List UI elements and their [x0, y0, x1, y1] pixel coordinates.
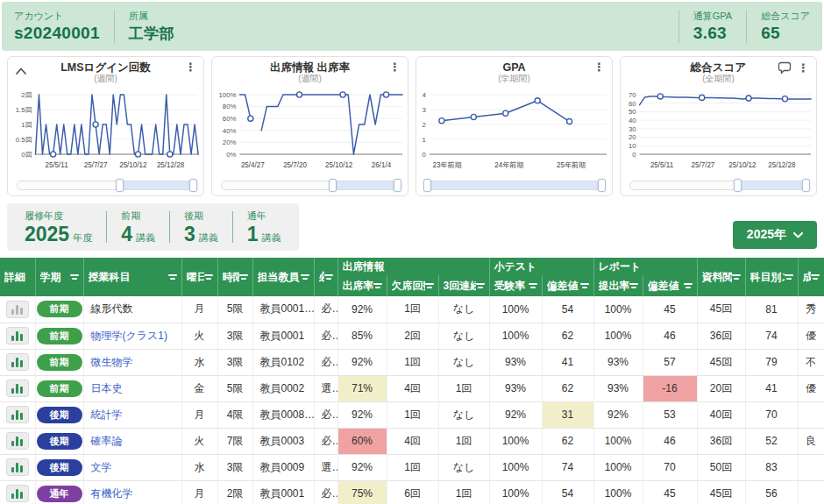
cell-quiz-deviation: 62	[542, 428, 593, 454]
detail-button[interactable]	[6, 485, 29, 502]
filter-icon[interactable]	[373, 282, 382, 289]
filter-icon[interactable]	[785, 273, 793, 280]
kebab-menu-icon[interactable]: ⋮	[185, 61, 196, 73]
cell-subject-score: 81	[745, 296, 798, 323]
range-slider[interactable]	[629, 181, 807, 190]
subject-link[interactable]: 文学	[91, 461, 112, 473]
comment-icon[interactable]	[778, 61, 792, 75]
cell-requirement-text: 必…	[322, 435, 338, 447]
slider-handle-right[interactable]	[394, 179, 401, 192]
slider-handle-left[interactable]	[329, 179, 337, 192]
data-point-marker	[782, 96, 787, 102]
header-cell: 時限	[218, 270, 252, 285]
col-requirement[interactable]: 必	[314, 258, 337, 296]
slider-handle-left[interactable]	[116, 179, 124, 192]
collapse-chevron-icon[interactable]	[16, 64, 26, 77]
filter-icon[interactable]	[70, 273, 79, 280]
cell-materials-views: 45回	[697, 296, 745, 323]
slider-handle-left[interactable]	[734, 179, 742, 192]
data-point-marker	[535, 98, 540, 103]
y-tick-label: 100%	[218, 91, 236, 99]
table-row: 後期統計学月4限教員0008…必…92%1回なし92%3192%5340回70	[0, 401, 824, 428]
chart-title: LMSログイン回数	[8, 61, 203, 74]
filter-icon[interactable]	[580, 282, 589, 289]
col-term[interactable]: 学期	[35, 258, 83, 296]
subject-link[interactable]: 確率論	[91, 435, 123, 447]
range-slider[interactable]	[425, 181, 603, 190]
filter-icon[interactable]	[425, 282, 434, 289]
col-report-rate[interactable]: 提出率	[593, 275, 643, 296]
detail-button[interactable]	[6, 353, 29, 371]
slider-handle-right[interactable]	[598, 179, 606, 192]
cell-report-deviation: 70	[643, 454, 697, 480]
detail-button[interactable]	[6, 406, 29, 423]
col-quiz-deviation[interactable]: 偏差値	[542, 275, 593, 296]
divider	[232, 211, 233, 243]
cell-term: 後期	[35, 454, 83, 480]
col-teacher[interactable]: 担当教員	[252, 258, 314, 296]
cell-grade: 良	[798, 428, 824, 454]
cell-report-deviation: 46	[643, 323, 697, 349]
col-subject[interactable]: 授業科目	[83, 258, 181, 296]
detail-button[interactable]	[6, 327, 29, 344]
col-day[interactable]: 曜日	[181, 258, 217, 296]
cell-period: 7限	[217, 428, 252, 454]
filter-icon[interactable]	[239, 273, 248, 280]
slider-handle-left[interactable]	[423, 179, 431, 192]
col-subject-score[interactable]: 科目別ス…	[745, 258, 798, 296]
cell-consecutive-absence-text: なし	[453, 330, 475, 342]
slider-handle-right[interactable]	[802, 179, 810, 192]
detail-button[interactable]	[6, 380, 29, 397]
divider	[678, 10, 679, 43]
filter-icon[interactable]	[301, 273, 309, 280]
filter-icon[interactable]	[529, 282, 537, 289]
cell-subject-score: 79	[745, 349, 798, 375]
filter-icon[interactable]	[204, 273, 213, 280]
filter-icon[interactable]	[732, 273, 741, 280]
summary-item-label: 通年	[247, 209, 281, 223]
divider	[746, 10, 747, 43]
bar-chart-icon	[11, 331, 23, 341]
kebab-menu-icon[interactable]: ⋮	[389, 61, 401, 73]
subject-link[interactable]: 日本史	[91, 382, 123, 394]
filter-icon[interactable]	[684, 282, 693, 289]
kebab-menu-icon[interactable]: ⋮	[798, 62, 809, 74]
filter-icon[interactable]	[811, 273, 820, 280]
cell-report-rate-text: 100%	[605, 303, 632, 316]
divider	[169, 211, 170, 243]
x-tick-label: 25/7/27	[84, 161, 108, 169]
detail-button[interactable]	[6, 301, 29, 318]
subject-link[interactable]: 統計学	[91, 408, 123, 421]
col-absence-count[interactable]: 欠席回数	[387, 275, 438, 296]
filter-icon[interactable]	[629, 282, 638, 289]
filter-icon[interactable]	[168, 273, 177, 280]
col-report-deviation[interactable]: 偏差値	[643, 275, 697, 296]
detail-button[interactable]	[6, 432, 29, 450]
detail-button[interactable]	[6, 458, 29, 476]
kebab-menu-icon[interactable]: ⋮	[593, 61, 605, 73]
col-period[interactable]: 時限	[217, 258, 252, 296]
col-grade[interactable]: 成	[798, 258, 824, 296]
cell-consecutive-absence-text: 1回	[456, 382, 472, 394]
cell-subject-score-text: 70	[765, 408, 777, 421]
col-consecutive-absence[interactable]: 3回連続…	[438, 275, 489, 296]
col-quiz-rate[interactable]: 受験率	[489, 275, 542, 296]
y-tick-label: 2回	[21, 91, 32, 99]
subject-link[interactable]: 物理学(クラス1)	[91, 330, 168, 342]
subject-link[interactable]: 微生物学	[91, 356, 133, 368]
cell-quiz-deviation-text: 41	[562, 356, 573, 368]
cell-term: 前期	[35, 323, 83, 349]
cell-absence-count-text: 1回	[404, 461, 421, 473]
year-dropdown-button[interactable]: 2025年	[733, 221, 817, 249]
range-slider[interactable]	[221, 181, 399, 190]
range-slider[interactable]	[17, 181, 195, 190]
col-attendance-rate[interactable]: 出席率	[337, 275, 387, 296]
cell-requirement: 必…	[314, 323, 337, 349]
col-materials-views[interactable]: 資料閲覧数	[697, 258, 745, 296]
header-cell: 提出率	[594, 279, 643, 294]
subject-link[interactable]: 有機化学	[91, 487, 133, 500]
slider-selected-range	[426, 181, 602, 189]
filter-icon[interactable]	[324, 273, 333, 280]
slider-handle-right[interactable]	[189, 179, 197, 192]
filter-icon[interactable]	[476, 282, 485, 289]
